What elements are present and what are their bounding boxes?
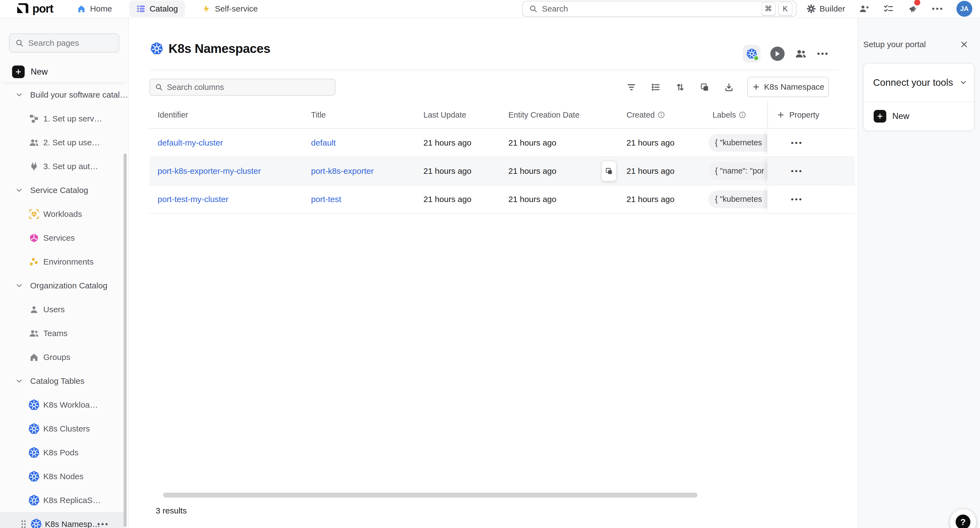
group-by-icon[interactable] [650,82,661,93]
column-header-last-update[interactable]: Last Update [423,110,508,120]
title-link[interactable]: port-k8s-exporter [311,166,374,175]
nav-catalog[interactable]: Catalog [129,0,185,17]
sidebar-item-k8s-workloads[interactable]: K8s Workloa… [0,393,128,417]
cmd-key: ⌘ [761,2,776,16]
column-header-labels[interactable]: Labels [708,110,767,120]
sidebar-item-k8s-replicasets[interactable]: K8s ReplicaS… [0,488,128,512]
table-header-row: Identifier Title Last Update Entity Crea… [150,101,855,129]
sidebar-item-k8s-clusters[interactable]: K8s Clusters [0,417,128,440]
identifier-link[interactable]: default-my-cluster [158,138,223,147]
sidebar-item-menu-button[interactable]: ••• [97,520,109,528]
horizontal-scrollbar[interactable] [163,493,697,498]
house-icon [28,351,40,363]
sidebar-section-build-catalog[interactable]: Build your software catal… [0,83,128,107]
help-button[interactable]: ? [949,508,977,528]
column-header-created[interactable]: Created [627,110,708,120]
notification-dot [914,0,920,5]
top-nav: Home Catalog Self-service [75,0,259,17]
sidebar-item-setup-automations[interactable]: 3. Set up aut… [0,154,128,178]
sidebar-new-button[interactable]: New [0,65,128,79]
sidebar-item-teams[interactable]: Teams [0,321,128,345]
copy-value-button[interactable] [601,161,617,182]
sidebar-item-groups[interactable]: Groups [0,345,128,369]
title-link[interactable]: port-test [311,195,341,204]
sort-icon[interactable] [675,82,686,93]
table-row[interactable]: default-my-cluster default 21 hours ago … [150,129,855,157]
add-entity-button[interactable]: K8s Namespace [747,77,829,97]
audience-button[interactable] [794,48,807,60]
sidebar-item-k8s-pods[interactable]: K8s Pods [0,440,128,464]
sidebar-item-users[interactable]: Users [0,297,128,321]
global-search-input[interactable] [542,4,761,13]
drag-handle-icon[interactable] [20,518,27,528]
table-row[interactable]: port-test-my-cluster port-test 21 hours … [150,185,855,214]
copy-icon[interactable] [699,82,710,93]
sidebar-search[interactable] [9,33,119,53]
identifier-link[interactable]: port-k8s-exporter-my-cluster [158,166,261,175]
last-update-cell: 21 hours ago [423,195,508,204]
sidebar-item-services[interactable]: Services [0,226,128,250]
port-logo[interactable]: port [16,2,53,16]
connect-tools-dropdown[interactable]: Connect your tools [864,64,974,101]
column-search[interactable] [150,79,336,96]
column-search-input[interactable] [167,83,309,92]
row-menu-button[interactable]: ••• [791,167,803,175]
datasource-status-button[interactable] [743,45,760,62]
nav-home[interactable]: Home [75,0,114,17]
title-link[interactable]: default [311,138,336,147]
nav-self-service[interactable]: Self-service [200,0,259,17]
sidebar-section-catalog-tables[interactable]: Catalog Tables [0,369,128,393]
sidebar-section-service-catalog[interactable]: Service Catalog [0,178,128,202]
run-action-button[interactable] [770,46,784,61]
sidebar-item-setup-users[interactable]: 2. Set up use… [0,131,128,154]
more-menu-button[interactable]: ••• [932,3,944,15]
panel-title: Setup your portal [863,40,926,49]
builder-button[interactable]: Builder [806,4,845,14]
page-more-button[interactable]: ••• [817,49,829,58]
sidebar-item-workloads[interactable]: Workloads [0,202,128,226]
plus-icon [874,110,886,123]
plug-icon [28,160,40,172]
status-dot [753,55,759,61]
row-menu-button[interactable]: ••• [791,139,803,147]
search-icon [529,5,538,13]
entities-table: Identifier Title Last Update Entity Crea… [150,101,855,214]
environments-dots-icon [28,256,40,268]
column-header-identifier[interactable]: Identifier [150,110,311,120]
table-toolbar [626,82,735,93]
table-row[interactable]: port-k8s-exporter-my-cluster port-k8s-ex… [150,157,855,185]
sidebar-item-environments[interactable]: Environments [0,250,128,274]
last-update-cell: 21 hours ago [423,138,508,147]
close-icon[interactable] [959,40,969,49]
announcements-icon[interactable] [907,3,919,15]
filter-icon[interactable] [626,82,637,93]
tasks-icon[interactable] [883,3,894,15]
sidebar-section-organization-catalog[interactable]: Organization Catalog [0,274,128,297]
kubernetes-icon [30,518,42,528]
services-cube-icon [28,232,40,244]
column-header-entity-creation-date[interactable]: Entity Creation Date [508,110,627,120]
avatar[interactable]: JA [956,1,972,17]
sidebar-item-k8s-nodes[interactable]: K8s Nodes [0,464,128,488]
sidebar-tree: Build your software catal… 1. Set up ser… [0,82,128,528]
column-header-title[interactable]: Title [311,110,423,120]
sidebar-scrollbar[interactable] [124,153,127,527]
workloads-cube-icon [28,208,40,220]
invite-user-button[interactable] [858,3,870,15]
identifier-link[interactable]: port-test-my-cluster [158,195,228,204]
row-menu-button[interactable]: ••• [791,195,803,203]
sidebar-item-setup-service[interactable]: 1. Set up serv… [0,107,128,131]
download-icon[interactable] [724,82,735,93]
setup-portal-panel: Setup your portal Connect your tools New… [858,18,980,528]
sidebar-item-k8s-namespaces[interactable]: K8s Namesp… ••• [0,512,124,528]
add-property-button[interactable]: Property [767,101,855,128]
sidebar-search-input[interactable] [28,38,110,48]
gear-icon [806,4,816,14]
sidebar-header: New [0,18,128,82]
info-icon [738,111,746,119]
panel-new-button[interactable]: New [864,102,974,131]
global-search[interactable]: ⌘ K [522,1,796,17]
people-icon [28,137,40,148]
catalog-icon [136,4,146,13]
chevron-down-icon [13,89,25,101]
